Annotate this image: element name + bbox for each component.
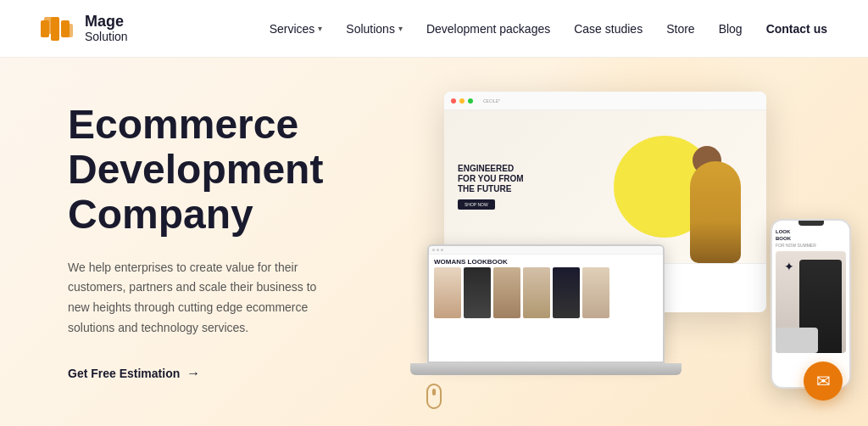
lookbook-grid (429, 267, 663, 318)
nav-solutions[interactable]: Solutions ▾ (346, 22, 403, 36)
laptop-screen: WOMANS LOOKBOOK (427, 244, 665, 363)
lookbook-item (582, 267, 609, 318)
laptop-base (410, 363, 682, 375)
logo[interactable]: Mage Solution (41, 14, 128, 44)
phone-notch (798, 221, 824, 226)
lookbook-item (434, 267, 461, 318)
cta-arrow-icon: → (186, 366, 200, 381)
phone-mockup: LOOK BOOK FOR NOW SUMMER ✦ (771, 219, 851, 389)
scroll-dot (432, 389, 436, 395)
laptop-nav-bar (429, 246, 663, 255)
window-dot-green (468, 98, 473, 104)
hero-content: Ecommerce Development Company We help en… (0, 103, 339, 381)
hero-title: Ecommerce Development Company (68, 103, 339, 237)
phone-title: LOOK BOOK FOR NOW SUMMER (776, 229, 846, 248)
logo-text: Mage Solution (85, 14, 128, 43)
nav-dev-packages[interactable]: Development packages (426, 22, 550, 36)
logo-icon (41, 14, 76, 44)
header: Mage Solution Services ▾ Solutions ▾ Dev… (0, 0, 868, 58)
phone-image-area: ✦ (776, 251, 846, 353)
lookbook-item (464, 267, 491, 318)
desktop-shop-btn: SHOP NOW (458, 199, 495, 210)
chat-button[interactable]: ✉ (804, 362, 843, 401)
lookbook-item (553, 267, 580, 318)
svg-rect-2 (51, 17, 59, 41)
desktop-hero-bg: ENGINEERED FOR YOU FROM THE FUTURE SHOP … (444, 110, 766, 263)
window-dot-yellow (459, 98, 465, 104)
person-body (690, 161, 741, 263)
get-estimation-button[interactable]: Get Free Estimation → (68, 366, 339, 381)
scroll-indicator (426, 384, 442, 409)
nav-case-studies[interactable]: Case studies (574, 22, 643, 36)
nav-contact-us[interactable]: Contact us (766, 22, 827, 36)
scroll-oval (426, 384, 442, 409)
services-chevron-icon: ▾ (318, 24, 322, 33)
nav-services[interactable]: Services ▾ (270, 22, 323, 36)
hero-section: Ecommerce Development Company We help en… (0, 58, 868, 426)
site-domain: CECILE* (483, 98, 500, 104)
nav-blog[interactable]: Blog (719, 22, 743, 36)
hero-description: We help enterprises to create value for … (68, 258, 339, 339)
nav-store[interactable]: Store (666, 22, 694, 36)
laptop-mockup: WOMANS LOOKBOOK (402, 244, 690, 397)
lookbook-title: WOMANS LOOKBOOK (429, 255, 663, 267)
chat-icon: ✉ (816, 371, 831, 391)
desktop-nav-bar: CECILE* (444, 92, 766, 110)
phone-star-icon: ✦ (784, 260, 794, 273)
window-dot-red (451, 98, 456, 104)
lookbook-item (523, 267, 550, 318)
phone-laptop-partial (776, 328, 818, 353)
solutions-chevron-icon: ▾ (398, 24, 403, 33)
lookbook-item (493, 267, 520, 318)
main-nav: Services ▾ Solutions ▾ Development packa… (270, 22, 827, 36)
desktop-hero-text: ENGINEERED FOR YOU FROM THE FUTURE SHOP … (458, 164, 524, 210)
phone-content: LOOK BOOK FOR NOW SUMMER ✦ (772, 226, 849, 356)
hero-image-area: CECILE* ENGINEERED FOR YOU FROM THE FUTU… (402, 75, 851, 414)
desktop-person-figure (682, 153, 749, 263)
svg-rect-4 (66, 24, 73, 37)
